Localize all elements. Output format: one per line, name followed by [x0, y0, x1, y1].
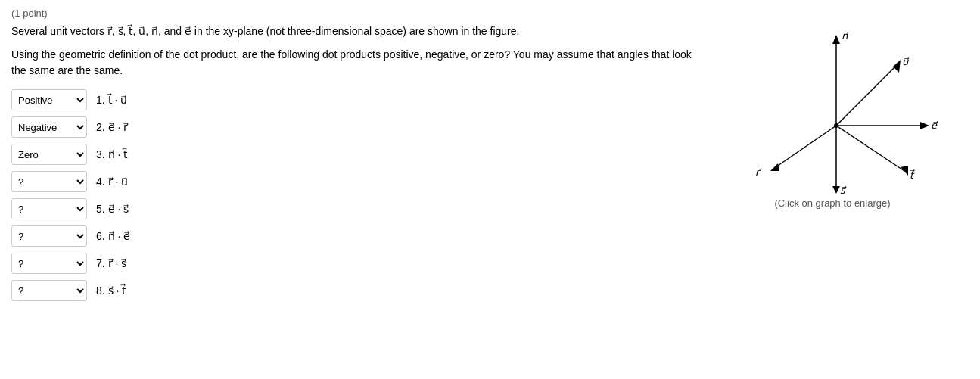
svg-text:s⃗: s⃗: [840, 185, 847, 194]
dropdown-row-4[interactable]: ?PositiveNegativeZero: [11, 171, 87, 192]
row-label-2: 2. e⃗ · r⃗: [96, 121, 128, 133]
dropdown-row-3[interactable]: ?PositiveNegativeZero: [11, 144, 87, 165]
dropdown-row-1[interactable]: ?PositiveNegativeZero: [11, 89, 87, 110]
right-section: n⃗ u⃗ e⃗ t⃗ s⃗ r⃗: [696, 23, 969, 307]
dot-product-row-1: ?PositiveNegativeZero1. t⃗ · u⃗: [11, 89, 696, 110]
dropdown-row-7[interactable]: ?PositiveNegativeZero: [11, 253, 87, 274]
row-label-1: 1. t⃗ · u⃗: [96, 94, 127, 106]
question-text: Several unit vectors r⃗, s⃗, t⃗, u⃗, n⃗,…: [11, 23, 692, 39]
dropdown-row-2[interactable]: ?PositiveNegativeZero: [11, 116, 87, 138]
svg-marker-10: [901, 166, 908, 176]
svg-point-18: [834, 123, 838, 128]
svg-marker-1: [832, 35, 840, 44]
dot-product-rows: ?PositiveNegativeZero1. t⃗ · u⃗?Positive…: [11, 89, 696, 301]
dot-product-row-7: ?PositiveNegativeZero7. r⃗ · s⃗: [11, 253, 696, 274]
instruction-text: Using the geometric definition of the do…: [11, 47, 692, 79]
point-label: (1 point): [11, 8, 969, 19]
row-label-8: 8. s⃗ · t⃗: [96, 284, 126, 297]
svg-text:u⃗: u⃗: [902, 56, 909, 67]
row-label-5: 5. e⃗ · s⃗: [96, 203, 129, 215]
svg-line-3: [836, 65, 897, 126]
svg-text:n⃗: n⃗: [842, 30, 848, 42]
dot-product-row-5: ?PositiveNegativeZero5. e⃗ · s⃗: [11, 198, 696, 219]
svg-marker-4: [893, 60, 901, 73]
row-label-7: 7. r⃗ · s⃗: [96, 257, 126, 269]
left-section: Several unit vectors r⃗, s⃗, t⃗, u⃗, n⃗,…: [11, 23, 696, 307]
row-label-4: 4. r⃗ · u⃗: [96, 176, 128, 188]
dot-product-row-2: ?PositiveNegativeZero2. e⃗ · r⃗: [11, 116, 696, 138]
click-to-enlarge[interactable]: (Click on graph to enlarge): [774, 197, 890, 209]
dot-product-row-6: ?PositiveNegativeZero6. n⃗ · e⃗: [11, 225, 696, 247]
dropdown-row-5[interactable]: ?PositiveNegativeZero: [11, 198, 87, 219]
dot-product-row-8: ?PositiveNegativeZero8. s⃗ · t⃗: [11, 280, 696, 301]
dot-product-row-4: ?PositiveNegativeZero4. r⃗ · u⃗: [11, 171, 696, 192]
row-label-3: 3. n⃗ · t⃗: [96, 148, 127, 160]
svg-marker-13: [832, 186, 840, 194]
svg-marker-16: [770, 163, 779, 171]
vector-diagram[interactable]: n⃗ u⃗ e⃗ t⃗ s⃗ r⃗: [719, 27, 946, 194]
svg-line-9: [836, 126, 904, 171]
dropdown-row-6[interactable]: ?PositiveNegativeZero: [11, 225, 87, 247]
svg-text:t⃗: t⃗: [910, 169, 915, 181]
dot-product-row-3: ?PositiveNegativeZero3. n⃗ · t⃗: [11, 144, 696, 165]
svg-text:e⃗: e⃗: [931, 120, 938, 131]
svg-text:r⃗: r⃗: [755, 166, 762, 178]
row-label-6: 6. n⃗ · e⃗: [96, 230, 130, 242]
svg-marker-7: [920, 122, 929, 129]
dropdown-row-8[interactable]: ?PositiveNegativeZero: [11, 280, 87, 301]
svg-line-15: [776, 126, 836, 167]
